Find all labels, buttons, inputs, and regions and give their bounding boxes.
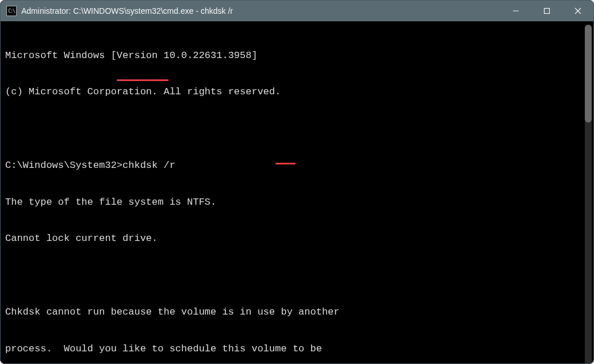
scrollbar-track[interactable] bbox=[585, 25, 592, 363]
cmd-icon: C:\ bbox=[6, 6, 17, 16]
terminal-body[interactable]: Microsoft Windows [Version 10.0.22631.39… bbox=[1, 21, 593, 363]
output-line: Cannot lock current drive. bbox=[5, 232, 589, 244]
output-line: Chkdsk cannot run because the volume is … bbox=[5, 306, 589, 318]
minimize-icon bbox=[512, 7, 519, 14]
output-line: (c) Microsoft Corporation. All rights re… bbox=[5, 86, 589, 98]
prompt-path: C:\Windows\System32> bbox=[5, 160, 122, 171]
window-controls bbox=[500, 1, 593, 21]
maximize-icon bbox=[543, 7, 550, 14]
terminal-output: Microsoft Windows [Version 10.0.22631.39… bbox=[1, 21, 593, 363]
scrollbar-thumb[interactable] bbox=[585, 25, 592, 122]
blank-line bbox=[5, 122, 589, 135]
minimize-button[interactable] bbox=[500, 1, 531, 21]
typed-command: chkdsk /r bbox=[122, 160, 175, 171]
output-line: Microsoft Windows [Version 10.0.22631.39… bbox=[5, 49, 589, 62]
svg-rect-1 bbox=[545, 9, 550, 14]
annotation-underline bbox=[117, 79, 168, 81]
output-line: process. Would you like to schedule this… bbox=[5, 343, 589, 355]
cmd-window: C:\ Administrator: C:\WINDOWS\system32\c… bbox=[0, 0, 594, 364]
titlebar[interactable]: C:\ Administrator: C:\WINDOWS\system32\c… bbox=[1, 1, 593, 21]
maximize-button[interactable] bbox=[531, 1, 562, 21]
close-button[interactable] bbox=[562, 1, 593, 21]
annotation-underline bbox=[275, 163, 296, 164]
output-line: The type of the file system is NTFS. bbox=[5, 196, 589, 208]
prompt-line: C:\Windows\System32>chkdsk /r bbox=[5, 159, 589, 171]
close-icon bbox=[574, 7, 581, 14]
window-title: Administrator: C:\WINDOWS\system32\cmd.e… bbox=[21, 6, 233, 16]
blank-line bbox=[5, 269, 589, 281]
